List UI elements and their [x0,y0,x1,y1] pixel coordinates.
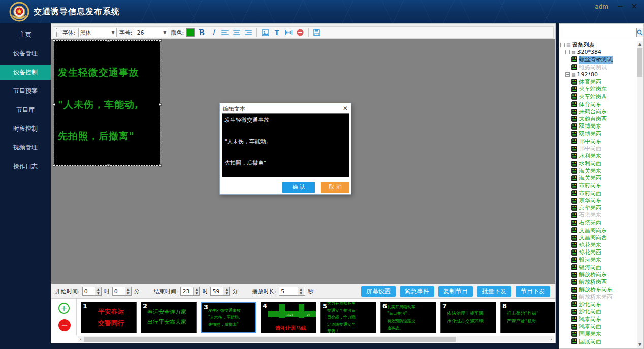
device-node-海关岗西[interactable]: 海关岗西 [560,175,638,182]
device-node-维扬岗测试[interactable]: 维扬岗测试 [560,64,638,71]
resize-handle-sw[interactable] [53,164,55,167]
stepper-down-icon[interactable]: ▼ [194,291,199,295]
device-node-文昌阁岗西[interactable]: 文昌阁岗西 [560,234,638,241]
sidebar-item-操作日志[interactable]: 操作日志 [0,158,51,174]
device-node-水利岗西[interactable]: 水利岗西 [560,160,638,168]
dialog-close-icon[interactable]: ✕ [343,105,348,112]
delete-item-button[interactable] [296,28,305,37]
action-button-紧急事件[interactable]: 紧急事件 [400,286,434,297]
program-thumbnail[interactable]: 6扎实开展电动车"百日整治"，有效预防道路交通事故。 [380,302,436,333]
sidebar-item-主页[interactable]: 主页 [0,27,51,42]
stepper-up-icon[interactable]: ▲ [194,287,199,291]
align-center-button[interactable] [232,28,241,37]
program-thumbnail[interactable]: 1平安春运交警同行 [81,302,137,333]
device-node-来鹤台岗西[interactable]: 来鹤台岗西 [560,115,638,123]
device-node-银河岗西[interactable]: 银河岗西 [560,264,638,271]
bold-button[interactable]: B [197,28,206,37]
end-hour-stepper[interactable]: 23▲▼ [180,287,200,296]
tree-root[interactable]: −▤设备列表 [560,41,638,49]
sidebar-item-时段控制[interactable]: 时段控制 [0,121,51,136]
device-node-海关岗东[interactable]: 海关岗东 [560,167,638,175]
device-node-石塔岗西[interactable]: 石塔岗西 [560,219,638,227]
text-editor-area[interactable]: 发生轻微交通事故 "人未伤，车能动, 先拍照，后撤离" [222,113,349,177]
program-thumbnail[interactable]: 3发生轻微交通事故"人未伤，车能动,先拍照，后撤离" [201,302,256,333]
scrollbar-thumb[interactable] [84,337,456,342]
search-button[interactable] [637,28,643,37]
device-node-双博岗东[interactable]: 双博岗东 [560,123,638,131]
playlist-scrollbar[interactable]: ‹ › [78,336,554,342]
resize-handle-se[interactable] [159,164,162,167]
device-node-文昌阁岗东[interactable]: 文昌阁岗东 [560,227,638,234]
scroll-up-icon[interactable]: ▲ [637,41,643,47]
device-node-解放桥岗西[interactable]: 解放桥岗西 [560,278,638,286]
close-icon[interactable]: ✕ [628,1,641,12]
save-button[interactable] [312,28,321,37]
stepper-up-icon[interactable]: ▲ [223,287,229,291]
program-thumbnail[interactable]: 2春运安全连万家出行平安靠大家 [141,302,197,333]
search-input[interactable] [561,28,637,37]
device-node-双博岗西[interactable]: 双博岗西 [560,130,638,138]
device-node-火车站岗东[interactable]: 火车站岗东 [560,86,638,93]
resize-handle-e[interactable] [159,103,162,106]
scroll-right-icon[interactable]: › [548,336,554,342]
device-node-京华岗东[interactable]: 京华岗东 [560,197,638,204]
device-node-火车站岗西[interactable]: 火车站岗西 [560,93,638,101]
scroll-down-icon[interactable]: ▼ [637,342,643,348]
device-group-192*80[interactable]: −▦192*80 [560,71,638,78]
end-minute-stepper[interactable]: 59▲▼ [210,287,230,296]
device-node-石塔岗东[interactable]: 石塔岗东 [560,212,638,219]
resize-handle-n[interactable] [107,39,110,42]
device-node-体育岗东[interactable]: 体育岗东 [560,101,638,108]
remove-program-button[interactable]: − [58,319,71,331]
start-hour-stepper[interactable]: 0▲▼ [82,287,102,296]
device-node-解放桥岗东[interactable]: 解放桥岗东 [560,271,638,278]
device-node-市府岗东[interactable]: 市府岗东 [560,182,638,189]
stepper-down-icon[interactable]: ▼ [223,291,229,295]
tree-toggle-icon[interactable]: − [560,43,565,47]
sidebar-item-设备控制[interactable]: 设备控制 [0,65,51,80]
start-minute-stepper[interactable]: 0▲▼ [112,287,132,296]
device-node-国展岗西[interactable]: 国展岗西 [560,338,638,345]
device-node-琼花岗西[interactable]: 琼花岗西 [560,249,638,257]
tree-toggle-icon[interactable]: − [565,72,570,77]
device-node-沙北岗西[interactable]: 沙北岗西 [560,308,638,315]
cancel-button[interactable]: 取 消 [321,182,349,193]
align-right-button[interactable] [244,28,253,37]
device-node-鸿泰岗西[interactable]: 鸿泰岗西 [560,323,638,331]
add-program-button[interactable]: + [58,303,70,314]
device-node-水利岗东[interactable]: 水利岗东 [560,152,638,160]
stepper-up-icon[interactable]: ▲ [298,287,304,291]
sidebar-item-节目库[interactable]: 节目库 [0,102,51,117]
device-node-国展岗东[interactable]: 国展岗东 [560,330,638,338]
resize-handle-s[interactable] [107,164,110,167]
italic-button[interactable]: I [209,28,218,37]
action-button-屏幕设置[interactable]: 屏幕设置 [361,286,396,297]
stepper-down-icon[interactable]: ▼ [298,291,304,295]
color-swatch[interactable] [186,28,195,37]
duration-stepper[interactable]: 5▲▼ [279,287,305,296]
stepper-up-icon[interactable]: ▲ [125,287,131,291]
confirm-button[interactable]: 确 认 [282,182,315,193]
scroll-left-icon[interactable]: ‹ [78,336,84,342]
device-node-邗中岗西[interactable]: 邗中岗西 [560,145,638,152]
device-node-体育岗西[interactable]: 体育岗西 [560,78,638,86]
minimize-icon[interactable]: ─ [614,1,627,12]
device-node-鸿泰岗东[interactable]: 鸿泰岗东 [560,315,638,323]
stepper-down-icon[interactable]: ▼ [125,291,131,295]
program-thumbnail[interactable]: 8打击整治"炸街"严查严处"机动 [500,302,555,333]
tree-scrollbar[interactable]: ▲ ▼ [637,41,643,348]
fit-width-button[interactable] [284,28,293,37]
device-node-市府岗西[interactable]: 市府岗西 [560,189,638,197]
device-node-解放桥东岗东[interactable]: 解放桥东岗东 [560,286,638,294]
device-group-320*384[interactable]: −▦320*384 [560,49,638,56]
action-button-节目下发[interactable]: 节目下发 [516,286,550,297]
resize-handle-w[interactable] [53,103,55,106]
insert-image-button[interactable] [261,28,270,37]
scrollbar-thumb[interactable] [637,48,642,77]
action-button-批量下发[interactable]: 批量下发 [477,286,511,297]
sidebar-item-设备管理[interactable]: 设备管理 [0,46,51,61]
sidebar-item-节目预案[interactable]: 节目预案 [0,83,51,99]
sidebar-item-视频管理[interactable]: 视频管理 [0,140,51,155]
program-thumbnail[interactable]: 5大力开展秋冬季交通安全整治百日会战，全力稳定道路交通安全形势！ [320,302,376,333]
device-node-螺丝湾桥测试[interactable]: 螺丝湾桥测试 [560,56,638,64]
